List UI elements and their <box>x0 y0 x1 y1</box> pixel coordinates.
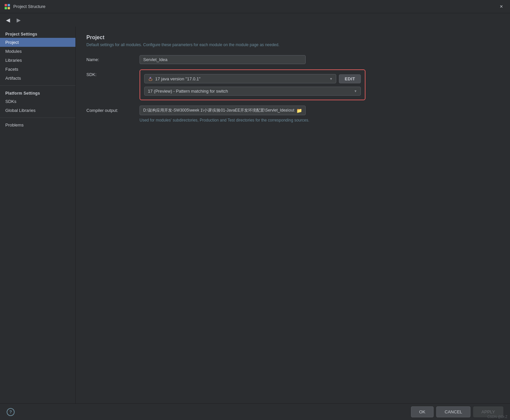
name-field-wrap <box>140 55 499 64</box>
folder-icon[interactable]: 📁 <box>296 108 302 113</box>
title-bar: Project Structure × <box>0 0 510 13</box>
sdk-box: 17 java version "17.0.1" ▼ EDIT 17 (Prev… <box>140 69 499 100</box>
sidebar-divider-2 <box>0 118 75 118</box>
svg-rect-3 <box>8 7 10 9</box>
edit-sdk-button[interactable]: EDIT <box>339 74 361 83</box>
compiler-output-row: Compiler output: D:\架构应用开发-SW3005\week 1… <box>86 106 499 115</box>
content-area: Project Default settings for all modules… <box>76 27 510 403</box>
back-button[interactable]: ◀ <box>4 16 12 24</box>
page-subtitle: Default settings for all modules. Config… <box>86 42 499 47</box>
sidebar: Project Settings Project Modules Librari… <box>0 27 76 403</box>
language-level-dropdown[interactable]: 17 (Preview) - Pattern matching for swit… <box>144 87 361 96</box>
sidebar-item-artifacts[interactable]: Artifacts <box>0 74 75 83</box>
svg-rect-1 <box>8 4 10 6</box>
sdk-dropdown[interactable]: 17 java version "17.0.1" ▼ <box>144 74 336 83</box>
watermark: CSDN @Dr.Z <box>487 415 507 419</box>
svg-point-4 <box>149 79 152 81</box>
window-title: Project Structure <box>13 4 46 9</box>
sdk-value: 17 java version "17.0.1" <box>155 76 200 81</box>
help-button[interactable]: ? <box>7 408 15 416</box>
ok-button[interactable]: OK <box>411 406 434 417</box>
sdk-label: SDK: <box>86 69 140 77</box>
compiler-output-label: Compiler output: <box>86 108 140 113</box>
cancel-button[interactable]: CANCEL <box>436 406 470 417</box>
sdk-select-row: 17 java version "17.0.1" ▼ EDIT <box>144 74 361 83</box>
language-level-row: 17 (Preview) - Pattern matching for swit… <box>144 87 361 96</box>
sidebar-item-problems[interactable]: Problems <box>0 121 75 129</box>
java-icon <box>148 76 153 81</box>
nav-bar: ◀ ▶ <box>0 13 510 27</box>
close-button[interactable]: × <box>497 2 506 11</box>
sidebar-item-global-libraries[interactable]: Global Libraries <box>0 106 75 115</box>
compiler-output-path: D:\架构应用开发-SW3005\week 1\小课\实验01-JavaEE开发… <box>140 106 306 115</box>
sidebar-item-facets[interactable]: Facets <box>0 65 75 74</box>
sdk-language-row: SDK: <box>86 69 499 100</box>
name-row: Name: <box>86 55 499 64</box>
sdk-chevron-icon: ▼ <box>329 77 333 81</box>
svg-rect-2 <box>5 7 7 9</box>
sdk-highlight-box: 17 java version "17.0.1" ▼ EDIT 17 (Prev… <box>140 69 365 100</box>
sidebar-divider <box>0 85 75 86</box>
platform-settings-label: Platform Settings <box>0 88 75 97</box>
title-bar-left: Project Structure <box>4 3 46 10</box>
compiler-path-text: D:\架构应用开发-SW3005\week 1\小课\实验01-JavaEE开发… <box>143 108 294 113</box>
project-settings-label: Project Settings <box>0 29 75 38</box>
forward-button[interactable]: ▶ <box>15 16 23 24</box>
language-level-value: 17 (Preview) - Pattern matching for swit… <box>148 89 228 94</box>
sidebar-item-libraries[interactable]: Libraries <box>0 56 75 65</box>
compiler-hint: Used for modules' subdirectories, Produc… <box>140 118 499 123</box>
page-title: Project <box>86 35 499 41</box>
bottom-bar: ? OK CANCEL APPLY <box>0 403 510 420</box>
svg-rect-0 <box>5 4 7 6</box>
name-input[interactable] <box>140 55 306 64</box>
sidebar-item-modules[interactable]: Modules <box>0 47 75 56</box>
sidebar-item-sdks[interactable]: SDKs <box>0 97 75 106</box>
app-icon <box>4 3 11 10</box>
name-label: Name: <box>86 57 140 62</box>
language-dropdown-wrap: 17 (Preview) - Pattern matching for swit… <box>144 87 361 96</box>
main-layout: Project Settings Project Modules Librari… <box>0 27 510 403</box>
sidebar-item-project[interactable]: Project <box>0 38 75 47</box>
language-chevron-icon: ▼ <box>354 89 357 93</box>
